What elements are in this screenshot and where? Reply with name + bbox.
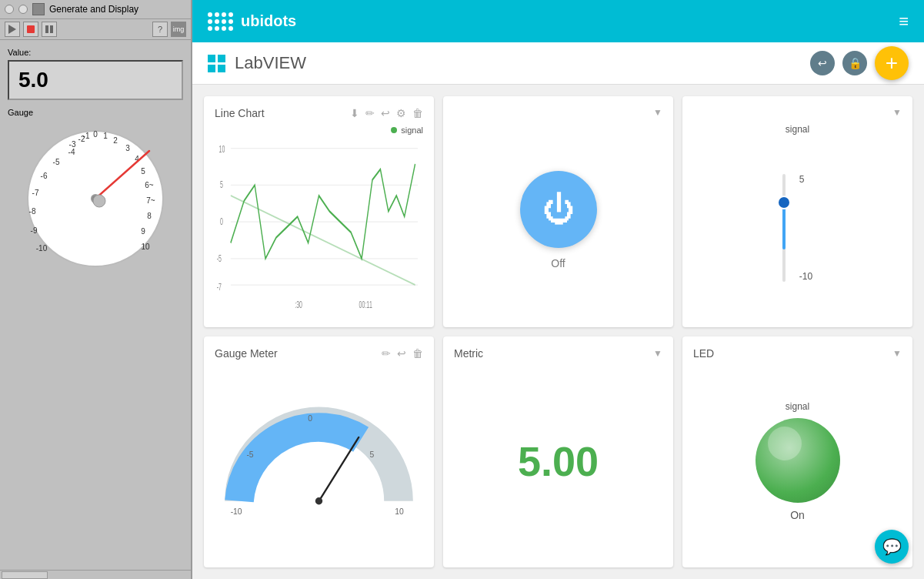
svg-text:-10: -10 — [231, 507, 242, 516]
share-gauge-icon[interactable]: ↩ — [397, 347, 406, 360]
logo-dot — [228, 26, 233, 31]
grid-cell — [218, 65, 225, 72]
gauge-meter-widget: Gauge Meter ✏ ↩ 🗑 -10 -5 0 — [204, 336, 434, 567]
scrollbar[interactable] — [0, 570, 191, 579]
run-icon[interactable] — [5, 22, 20, 37]
power-content: ⏻ Off — [520, 124, 597, 316]
svg-text:5: 5 — [369, 450, 374, 459]
slider-signal: signal — [693, 124, 902, 135]
chart-area: 10 5 0 -5 -7 :30 00:11 — [215, 138, 423, 316]
chat-button[interactable]: 💬 — [875, 530, 909, 564]
led-title: LED — [693, 347, 714, 360]
labview-content: Value: 5.0 Gauge -10 -9 -8 -7 — [0, 40, 191, 570]
gauge-meter-actions: ✏ ↩ 🗑 — [382, 347, 423, 360]
ubidots-header: ubidots ≡ — [192, 0, 924, 42]
apps-icon[interactable] — [208, 55, 225, 72]
svg-text:10: 10 — [219, 143, 225, 155]
svg-rect-1 — [27, 25, 35, 33]
logo-dot — [222, 12, 226, 17]
close-dot[interactable] — [5, 5, 14, 14]
minimize-dot[interactable] — [18, 5, 28, 14]
power-button[interactable]: ⏻ — [520, 171, 597, 248]
svg-text:6~: 6~ — [145, 181, 154, 189]
svg-text:-5: -5 — [53, 158, 60, 166]
labview-title: Generate and Display — [49, 4, 138, 15]
gauge-meter-svg: -10 -5 0 5 10 — [215, 400, 423, 523]
gauge-meter-title: Gauge Meter — [215, 347, 278, 360]
lock-button[interactable]: 🔒 — [842, 51, 867, 75]
svg-text:8: 8 — [147, 212, 152, 220]
share-icon[interactable]: ↩ — [381, 107, 390, 119]
ubidots-logo: ubidots — [208, 12, 296, 31]
labview-panel: Generate and Display ? img Value: 5.0 Ga… — [0, 0, 192, 579]
logo-dot — [208, 12, 212, 17]
lv-app-icon — [32, 3, 45, 15]
svg-text:2: 2 — [113, 136, 118, 145]
svg-text:-7: -7 — [32, 189, 39, 197]
add-widget-button[interactable]: + — [875, 46, 909, 80]
edit-gauge-icon[interactable]: ✏ — [382, 347, 391, 360]
logo-text: ubidots — [241, 12, 296, 30]
slider-container: 5 -10 — [693, 139, 902, 316]
download-icon[interactable]: ⬇ — [350, 107, 359, 119]
dashboard: Line Chart ⬇ ✏ ↩ ⚙ 🗑 signal 10 5 0 — [192, 85, 924, 579]
app-title: LabVIEW — [235, 53, 306, 73]
edit-icon[interactable]: ✏ — [365, 107, 375, 119]
gauge-meter-area: -10 -5 0 5 10 — [215, 366, 423, 557]
legend-dot — [391, 127, 397, 133]
led-header: LED ▼ — [693, 347, 902, 360]
led-dropdown[interactable]: ▼ — [892, 348, 902, 359]
svg-text:0: 0 — [93, 130, 98, 139]
svg-text:5: 5 — [141, 167, 145, 176]
svg-text:10: 10 — [141, 243, 150, 251]
logo-dot — [228, 19, 233, 24]
led-status: On — [790, 509, 805, 521]
logo-dot — [215, 19, 219, 24]
svg-text:5: 5 — [220, 179, 223, 190]
hamburger-icon[interactable]: ≡ — [899, 12, 909, 32]
svg-text:1: 1 — [103, 132, 108, 140]
svg-rect-2 — [45, 25, 48, 33]
svg-point-29 — [93, 195, 105, 207]
gauge-label: Gauge — [8, 108, 183, 117]
led-signal-label: signal — [786, 401, 809, 412]
delete-icon[interactable]: 🗑 — [412, 107, 423, 119]
power-dropdown[interactable]: ▼ — [653, 107, 662, 118]
slider-track[interactable] — [782, 174, 786, 282]
logo-dot — [228, 12, 233, 17]
undo-button[interactable]: ↩ — [810, 51, 835, 75]
image-icon[interactable]: img — [171, 22, 186, 37]
svg-point-49 — [315, 497, 322, 504]
svg-rect-3 — [50, 25, 53, 33]
help-icon[interactable]: ? — [152, 22, 168, 37]
stop-icon[interactable] — [23, 22, 38, 37]
metric-value: 5.00 — [454, 366, 662, 557]
value-display: 5.0 — [8, 60, 183, 100]
svg-text:0: 0 — [308, 414, 312, 423]
line-chart-actions: ⬇ ✏ ↩ ⚙ 🗑 — [350, 107, 423, 119]
svg-marker-0 — [8, 25, 16, 34]
slider-dropdown[interactable]: ▼ — [892, 107, 902, 118]
subheader-left: LabVIEW — [208, 53, 306, 73]
pause-icon[interactable] — [42, 22, 57, 37]
legend-label: signal — [401, 126, 423, 135]
logo-dots — [208, 12, 233, 31]
svg-text:00:11: 00:11 — [359, 298, 372, 310]
metric-title: Metric — [454, 347, 483, 360]
line-chart-title: Line Chart — [215, 107, 265, 119]
svg-text::30: :30 — [295, 298, 302, 310]
metric-dropdown[interactable]: ▼ — [653, 348, 662, 359]
delete-gauge-icon[interactable]: 🗑 — [412, 347, 423, 360]
slider-track-wrapper — [782, 174, 786, 282]
labview-titlebar: Generate and Display — [0, 0, 191, 19]
led-content: signal On — [693, 366, 902, 557]
svg-text:-3: -3 — [69, 140, 76, 149]
ubidots-subheader: LabVIEW ↩ 🔒 + — [192, 42, 924, 85]
grid-cell — [208, 55, 215, 62]
value-label: Value: — [8, 48, 183, 57]
svg-line-48 — [319, 437, 359, 501]
scroll-thumb[interactable] — [2, 571, 48, 579]
power-status: Off — [551, 257, 565, 269]
slider-thumb[interactable] — [777, 196, 791, 209]
settings-icon[interactable]: ⚙ — [396, 107, 406, 119]
